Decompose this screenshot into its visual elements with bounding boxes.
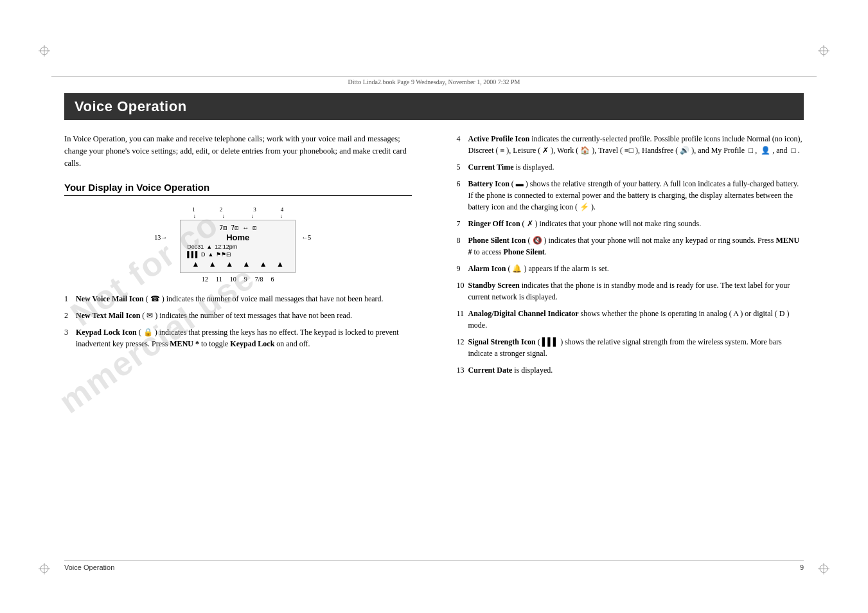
right-list-item-9: 9 Alarm Icon ( 🔔 ) appears if the alarm … — [457, 263, 804, 274]
right-list-item-12: 12 Signal Strength Icon ( ▌▌▌ ) shows th… — [457, 336, 804, 359]
two-column-layout: In Voice Operation, you can make and rec… — [64, 133, 804, 381]
page-footer: Voice Operation 9 — [64, 560, 804, 571]
diagram-label-5: ←5 — [301, 234, 311, 241]
right-list-item-8: 8 Phone Silent Icon ( 🔇 ) indicates that… — [457, 235, 804, 258]
section-heading: Your Display in Voice Operation — [64, 182, 412, 196]
right-list-item-4: 4 Active Profile Icon indicates the curr… — [457, 133, 804, 156]
screen-signal-row: ▌▌▌ D ▲ ⚑⚑⊟ — [187, 251, 288, 258]
right-numbered-list: 4 Active Profile Icon indicates the curr… — [457, 133, 804, 376]
right-list-item-7: 7 Ringer Off Icon ( ✗ ) indicates that y… — [457, 218, 804, 229]
screen-nav-arrows: ▲ ▲ ▲ ▲ ▲ ▲ — [187, 260, 288, 269]
diagram-numbers-top: 1 2 3 4 — [180, 206, 296, 213]
left-numbered-list: 1 New Voice Mail Icon ( ☎ ) indicates th… — [64, 293, 412, 350]
corner-mark-bl — [39, 563, 50, 574]
right-list-item-5: 5 Current Time is displayed. — [457, 161, 804, 173]
corner-mark-br — [818, 563, 829, 574]
file-info-text: Ditto Linda2.book Page 9 Wednesday, Nove… — [348, 78, 520, 85]
diagram-bottom-numbers: 12 11 10 9 7/8 6 — [180, 276, 296, 283]
list-item-2: 2 New Text Mail Icon ( ✉ ) indicates the… — [64, 310, 412, 321]
diagram-label-13: 13→ — [154, 234, 167, 241]
right-list-item-10: 10 Standby Screen indicates that the pho… — [457, 280, 804, 303]
right-list-item-13: 13 Current Date is displayed. — [457, 364, 804, 376]
screen-home-label: Home — [187, 233, 288, 242]
list-item-3: 3 Keypad Lock Icon ( 🔒 ) indicates that … — [64, 326, 412, 350]
corner-mark-tr — [818, 45, 829, 57]
page-title: Voice Operation — [64, 93, 804, 120]
intro-paragraph: In Voice Operation, you can make and rec… — [64, 133, 412, 169]
right-list-item-6: 6 Battery Icon ( ▬ ) shows the relative … — [457, 178, 804, 213]
right-list-item-11: 11 Analog/Digital Channel Indicator show… — [457, 308, 804, 331]
content-area: Voice Operation In Voice Operation, you … — [64, 93, 804, 555]
screen-icons-row: 7⊡ 7⊡ ↔ ⊡ — [187, 224, 288, 231]
left-column: In Voice Operation, you can make and rec… — [64, 133, 425, 381]
diagram-ticks: ↓ ↓ ↓ ↓ — [180, 213, 296, 219]
footer-right: 9 — [800, 564, 804, 571]
phone-diagram: 1 2 3 4 ↓ ↓ ↓ ↓ 13→ — [161, 206, 315, 283]
file-info-bar: Ditto Linda2.book Page 9 Wednesday, Nove… — [51, 76, 817, 85]
screen-status-row: Dec31 ▲ 12:12pm — [187, 244, 288, 250]
corner-mark-tl — [39, 45, 50, 57]
right-column: 4 Active Profile Icon indicates the curr… — [450, 133, 804, 381]
footer-left: Voice Operation — [64, 564, 114, 571]
list-item-1: 1 New Voice Mail Icon ( ☎ ) indicates th… — [64, 293, 412, 305]
phone-screen: 7⊡ 7⊡ ↔ ⊡ Home Dec31 ▲ 12:12 — [180, 220, 296, 273]
